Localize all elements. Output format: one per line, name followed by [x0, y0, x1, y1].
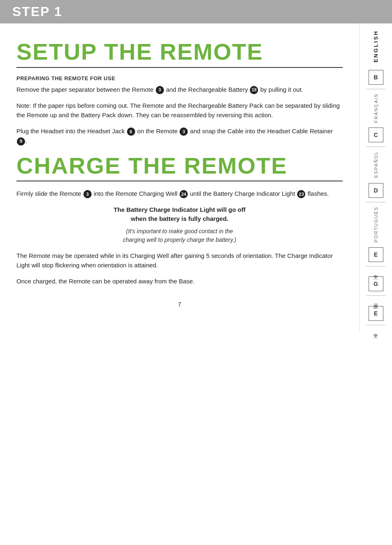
sidebar-div-4	[366, 266, 385, 267]
right-sidebar: ENGLISH B FRANÇAIS C ESPAÑOL D PORTUGUÊS…	[359, 23, 392, 332]
charge-bold-text: The Battery Charge Indicator Light will …	[16, 205, 343, 224]
lang-portugues: PORTUGUÊS	[374, 206, 378, 242]
circle-3-charge: 3	[83, 190, 92, 198]
circle-24: 24	[180, 190, 188, 198]
setup-title: SETUP THE REMOTE	[16, 39, 343, 65]
circle-3-setup: 3	[156, 86, 164, 94]
sidebar-div-1	[366, 89, 385, 89]
setup-para2: Note: If the paper rips before coming ou…	[16, 101, 343, 120]
sidebar-box-E2: E	[369, 306, 383, 321]
charge-section: CHARGE THE REMOTE Firmly slide the Remot…	[16, 153, 343, 286]
circle-6: 6	[127, 128, 135, 136]
page-number: 7	[16, 292, 343, 312]
lang-chinese-simp: 中文	[373, 329, 379, 330]
sidebar-div-3	[366, 202, 385, 202]
lang-espanol: ESPAÑOL	[374, 151, 378, 178]
step-header-text: STEP 1	[12, 4, 62, 19]
circle-23: 23	[297, 190, 305, 198]
lang-francais: FRANÇAIS	[374, 93, 378, 123]
sidebar-div-6	[366, 325, 385, 325]
charge-title: CHARGE THE REMOTE	[16, 153, 343, 179]
step-header: STEP 1	[0, 0, 392, 23]
setup-para1: Remove the paper separator between the R…	[16, 85, 343, 94]
setup-section: SETUP THE REMOTE PREPARING THE REMOTE FO…	[16, 39, 343, 146]
sidebar-box-B: B	[369, 70, 383, 85]
charge-para3: Once charged, the Remote can be operated…	[16, 276, 343, 286]
setup-para3: Plug the Headset into the Headset Jack 6…	[16, 126, 343, 146]
sidebar-div-2	[366, 146, 385, 147]
sidebar-box-E1: E	[369, 247, 383, 262]
english-label: ENGLISH	[373, 30, 379, 63]
sidebar-box-C: C	[369, 128, 383, 142]
charge-italic-text: (It's important to make good contact in …	[16, 227, 343, 244]
sidebar-box-G: G	[369, 276, 383, 291]
circle-18: 18	[250, 86, 258, 94]
preparing-label: PREPARING THE REMOTE FOR USE	[16, 75, 343, 81]
charge-para1: Firmly slide the Remote 3 into the Remot…	[16, 189, 343, 198]
lang-chinese-trad: 中文	[373, 271, 379, 271]
setup-divider	[16, 67, 343, 68]
main-content: SETUP THE REMOTE PREPARING THE REMOTE FO…	[0, 23, 392, 332]
circle-9: 9	[17, 137, 25, 146]
sidebar-box-D: D	[369, 183, 383, 198]
left-content: SETUP THE REMOTE PREPARING THE REMOTE FO…	[0, 23, 359, 332]
circle-3-setup2: 3	[180, 128, 188, 136]
charge-para2: The Remote may be operated while in its …	[16, 251, 343, 270]
lang-japanese: 日本語	[373, 300, 379, 301]
charge-divider	[16, 181, 343, 181]
sidebar-div-5	[366, 295, 385, 296]
